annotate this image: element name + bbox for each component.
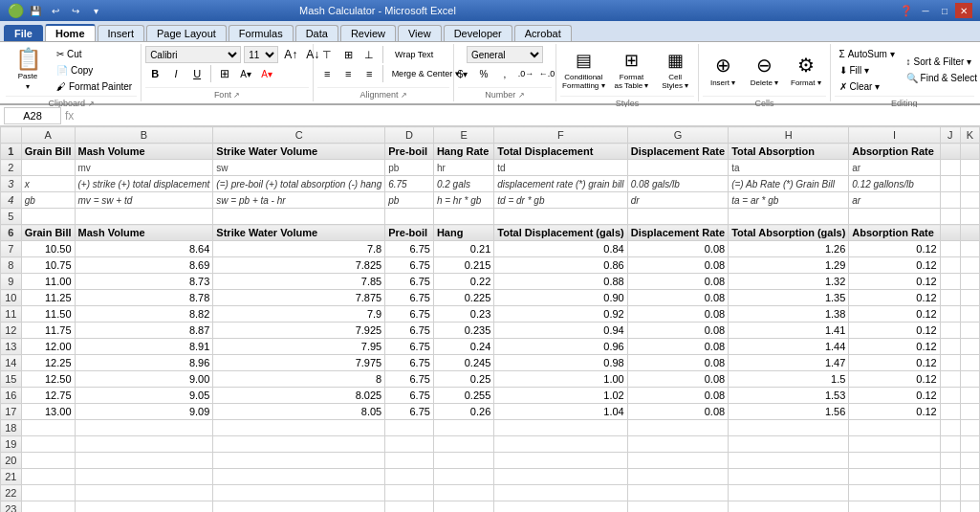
cell-empty-18-3[interactable]	[385, 420, 434, 436]
cell-I7[interactable]: 0.12	[849, 241, 940, 257]
cell-I17[interactable]: 0.12	[849, 404, 940, 420]
cell-I14[interactable]: 0.12	[849, 355, 940, 371]
cell-C16[interactable]: 8.025	[213, 388, 385, 404]
cell-J6[interactable]	[940, 225, 960, 241]
cell-J15[interactable]	[940, 371, 960, 388]
cell-H14[interactable]: 1.47	[729, 355, 849, 371]
cell-E16[interactable]: 0.255	[433, 388, 493, 404]
cell-I12[interactable]: 0.12	[849, 323, 940, 339]
cell-D14[interactable]: 6.75	[385, 355, 434, 371]
cell-F13[interactable]: 0.96	[494, 339, 627, 355]
cell-empty-18-2[interactable]	[213, 420, 385, 436]
row-header-4[interactable]: 4	[1, 192, 22, 209]
cell-E11[interactable]: 0.23	[433, 306, 493, 323]
cell-F3[interactable]: displacement rate (*) grain bill	[494, 176, 627, 192]
cell-D13[interactable]: 6.75	[385, 339, 434, 355]
col-header-J[interactable]: J	[940, 127, 960, 144]
cell-A11[interactable]: 11.50	[21, 306, 75, 323]
cell-empty-21-5[interactable]	[494, 469, 627, 485]
cell-C6[interactable]: Strike Water Volume	[213, 225, 385, 241]
cell-empty-21-1[interactable]	[75, 469, 213, 485]
cell-E14[interactable]: 0.245	[433, 355, 493, 371]
cell-reference-box[interactable]	[4, 107, 61, 124]
cell-G17[interactable]: 0.08	[627, 404, 728, 420]
row-header-13[interactable]: 13	[1, 339, 22, 355]
cell-F11[interactable]: 0.92	[494, 306, 627, 323]
cell-J17[interactable]	[940, 404, 960, 420]
cell-empty-20-6[interactable]	[627, 453, 728, 469]
col-header-I[interactable]: I	[849, 127, 940, 144]
cell-B14[interactable]: 8.96	[75, 355, 213, 371]
cell-J10[interactable]	[940, 290, 960, 306]
cell-A17[interactable]: 13.00	[21, 404, 75, 420]
cell-C3[interactable]: (=) pre-boil (+) total absorption (-) ha…	[213, 176, 385, 192]
cell-K11[interactable]	[960, 306, 979, 323]
cell-empty-19-10[interactable]	[960, 436, 979, 453]
undo-button[interactable]: ↩	[47, 3, 64, 18]
cell-D1[interactable]: Pre-boil	[385, 144, 434, 160]
cell-empty-18-9[interactable]	[940, 420, 960, 436]
underline-button[interactable]: U	[187, 65, 207, 82]
col-header-F[interactable]: F	[494, 127, 627, 144]
cell-K15[interactable]	[960, 371, 979, 388]
align-right-button[interactable]: ≡	[359, 65, 379, 82]
cell-J7[interactable]	[940, 241, 960, 257]
cell-K10[interactable]	[960, 290, 979, 306]
sort-filter-button[interactable]: ↕ Sort & Filter ▾	[902, 55, 980, 70]
col-header-B[interactable]: B	[75, 127, 213, 144]
cell-D9[interactable]: 6.75	[385, 274, 434, 290]
row-header-21[interactable]: 21	[1, 469, 22, 485]
align-top-button[interactable]: ⊤	[317, 46, 337, 63]
cell-A13[interactable]: 12.00	[21, 339, 75, 355]
cell-F17[interactable]: 1.04	[494, 404, 627, 420]
cell-C10[interactable]: 7.875	[213, 290, 385, 306]
col-header-C[interactable]: C	[213, 127, 385, 144]
cell-B11[interactable]: 8.82	[75, 306, 213, 323]
font-name-select[interactable]: Calibri	[145, 46, 241, 63]
cell-C8[interactable]: 7.825	[213, 257, 385, 274]
align-middle-button[interactable]: ⊞	[338, 46, 358, 63]
row-header-2[interactable]: 2	[1, 160, 22, 176]
cell-K4[interactable]	[960, 192, 979, 209]
cell-empty-18-1[interactable]	[75, 420, 213, 436]
cell-A2[interactable]	[21, 160, 75, 176]
insert-cells-button[interactable]: ⊕ Insert ▾	[703, 46, 742, 94]
cell-styles-button[interactable]: ▦ CellStyles ▾	[656, 46, 694, 94]
cell-F9[interactable]: 0.88	[494, 274, 627, 290]
cell-A10[interactable]: 11.25	[21, 290, 75, 306]
cell-I3[interactable]: 0.12 gallons/lb	[849, 176, 940, 192]
cell-K9[interactable]	[960, 274, 979, 290]
cell-B1[interactable]: Mash Volume	[75, 144, 213, 160]
col-header-K[interactable]: K	[960, 127, 979, 144]
cell-C13[interactable]: 7.95	[213, 339, 385, 355]
cell-empty-18-4[interactable]	[433, 420, 493, 436]
cell-H4[interactable]: ta = ar * gb	[729, 192, 849, 209]
cell-G1[interactable]: Displacement Rate	[627, 144, 728, 160]
cell-C7[interactable]: 7.8	[213, 241, 385, 257]
cell-empty-19-9[interactable]	[940, 436, 960, 453]
row-header-9[interactable]: 9	[1, 274, 22, 290]
cell-empty-23-0[interactable]	[21, 501, 75, 513]
cell-A15[interactable]: 12.50	[21, 371, 75, 388]
cell-empty-18-10[interactable]	[960, 420, 979, 436]
cell-empty-20-7[interactable]	[729, 453, 849, 469]
cell-J3[interactable]	[940, 176, 960, 192]
cell-H2[interactable]: ta	[729, 160, 849, 176]
cell-empty-22-5[interactable]	[494, 485, 627, 501]
cell-I8[interactable]: 0.12	[849, 257, 940, 274]
save-button[interactable]: 💾	[27, 3, 44, 18]
formula-input[interactable]	[77, 107, 976, 124]
cell-D11[interactable]: 6.75	[385, 306, 434, 323]
row-header-12[interactable]: 12	[1, 323, 22, 339]
decrease-decimal-button[interactable]: ←.0	[537, 65, 556, 82]
cell-F6[interactable]: Total Displacement (gals)	[494, 225, 627, 241]
cell-K2[interactable]	[960, 160, 979, 176]
cell-A7[interactable]: 10.50	[21, 241, 75, 257]
cell-empty-19-0[interactable]	[21, 436, 75, 453]
maximize-button[interactable]: □	[936, 3, 953, 18]
tab-review[interactable]: Review	[340, 25, 396, 41]
increase-font-button[interactable]: A↑	[281, 46, 300, 63]
cell-D6[interactable]: Pre-boil	[385, 225, 434, 241]
cell-J4[interactable]	[940, 192, 960, 209]
cell-D7[interactable]: 6.75	[385, 241, 434, 257]
